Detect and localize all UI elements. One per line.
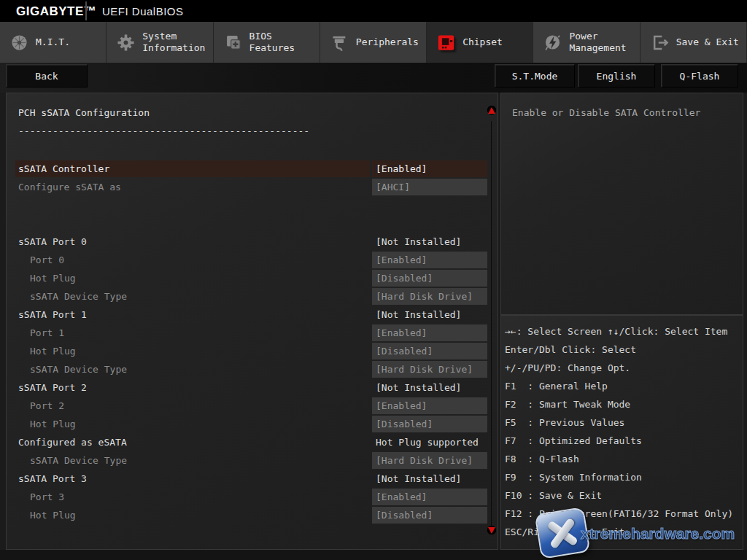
help-description-panel: Enable or Disable SATA Controller — [500, 93, 743, 315]
brand-divider — [85, 1, 87, 20]
setting-value[interactable]: [Disabled] — [372, 507, 487, 524]
setting-label[interactable]: sSATA Port 3 — [15, 470, 370, 487]
help-key-line: F7 : Optimized Defaults — [505, 432, 743, 450]
setting-row[interactable]: sSATA Port 3[Not Installed] — [7, 470, 499, 488]
tab-bios-features[interactable]: BIOS Features — [214, 22, 320, 63]
back-button[interactable]: Back — [6, 64, 88, 88]
tab-bar: M.I.T.System InformationBIOS FeaturesPer… — [0, 22, 747, 63]
tab-chipset[interactable]: Chipset — [427, 22, 533, 63]
setting-label[interactable]: sSATA Device Type — [15, 288, 382, 305]
setting-value[interactable]: [Enabled] — [372, 252, 487, 268]
setting-value[interactable]: Hot Plug supported — [372, 434, 487, 451]
setting-value[interactable]: [Not Installed] — [372, 233, 487, 250]
setting-row[interactable]: Configured as eSATAHot Plug supported — [7, 433, 499, 451]
setting-label[interactable]: sSATA Port 1 — [15, 306, 370, 323]
tab-label: Chipset — [462, 36, 503, 48]
setting-label[interactable]: Port 3 — [15, 489, 382, 505]
setting-row[interactable]: Hot Plug[Disabled] — [7, 269, 499, 287]
setting-row[interactable]: Port 3[Enabled] — [7, 488, 499, 506]
bios-features-icon — [223, 33, 243, 52]
row-spacer — [7, 214, 499, 233]
key-legend-panel: →←: Select Screen ↑↓/Click: Select ItemE… — [500, 315, 743, 550]
setting-value[interactable]: [AHCI] — [372, 179, 487, 195]
setting-row[interactable]: Hot Plug[Disabled] — [7, 342, 499, 360]
peripherals-icon — [330, 33, 349, 52]
setting-value[interactable]: [Not Installed] — [372, 470, 487, 487]
setting-row[interactable]: sSATA Port 1[Not Installed] — [7, 306, 499, 324]
setting-value[interactable]: [Disabled] — [372, 343, 487, 359]
setting-row[interactable]: sSATA Device Type[Hard Disk Drive] — [7, 360, 499, 378]
setting-value[interactable]: [Enabled] — [372, 160, 487, 177]
scroll-down-icon[interactable] — [486, 525, 498, 535]
setting-row[interactable]: sSATA Port 0[Not Installed] — [7, 233, 499, 251]
setting-value[interactable]: [Hard Disk Drive] — [372, 361, 487, 378]
power-management-icon — [543, 33, 562, 52]
setting-label[interactable]: Configured as eSATA — [15, 434, 370, 451]
firmware-title: UEFI DualBIOS — [102, 5, 184, 18]
system-information-icon — [116, 33, 136, 52]
setting-value[interactable]: [Not Installed] — [372, 379, 487, 396]
setting-row[interactable]: sSATA Device Type[Hard Disk Drive] — [7, 451, 499, 470]
setting-value[interactable]: [Hard Disk Drive] — [372, 288, 487, 305]
setting-value[interactable]: [Disabled] — [372, 270, 487, 287]
help-key-line: F2 : Smart Tweak Mode — [505, 395, 743, 413]
setting-value[interactable]: [Not Installed] — [372, 306, 487, 323]
toolbar-row: Back S.T.Mode English Q-Flash — [0, 63, 747, 93]
scrollbar-track[interactable] — [491, 121, 492, 529]
settings-panel: PCH sSATA Configuration ----------------… — [6, 93, 498, 550]
help-key-line: F10 : Save & Exit — [505, 486, 743, 505]
setting-label[interactable]: Hot Plug — [15, 343, 382, 359]
st-mode-button[interactable]: S.T.Mode — [495, 64, 575, 88]
setting-label[interactable]: Port 0 — [15, 252, 382, 268]
chipset-icon — [436, 33, 456, 52]
setting-value[interactable]: [Enabled] — [372, 489, 487, 505]
setting-row[interactable]: Hot Plug[Disabled] — [7, 506, 499, 524]
language-button[interactable]: English — [578, 64, 655, 88]
tab-peripherals[interactable]: Peripherals — [320, 22, 427, 63]
tab-system-information[interactable]: System Information — [107, 22, 213, 63]
setting-value[interactable]: [Enabled] — [372, 397, 487, 414]
setting-label[interactable]: sSATA Port 0 — [15, 233, 370, 250]
help-key-line: →←: Select Screen ↑↓/Click: Select Item — [505, 322, 743, 341]
setting-label[interactable]: sSATA Device Type — [15, 361, 382, 378]
gigabyte-logo: GIGABYTE™ — [16, 4, 96, 19]
setting-label[interactable]: sSATA Controller — [15, 160, 370, 177]
tab-power-management[interactable]: Power Management — [533, 22, 640, 63]
setting-row[interactable]: sSATA Device Type[Hard Disk Drive] — [7, 287, 499, 306]
setting-label[interactable]: Hot Plug — [15, 416, 382, 432]
row-spacer — [7, 196, 499, 214]
setting-row[interactable]: Configure sSATA as[AHCI] — [7, 178, 499, 196]
setting-row[interactable]: Hot Plug[Disabled] — [7, 415, 499, 433]
setting-label[interactable]: sSATA Port 2 — [15, 379, 370, 396]
setting-row[interactable]: Port 1[Enabled] — [7, 324, 499, 342]
tab-mit[interactable]: M.I.T. — [0, 22, 107, 63]
setting-label[interactable]: sSATA Device Type — [15, 452, 382, 469]
watermark-text: xtremehardware.com — [581, 525, 735, 542]
bottom-strip — [0, 550, 747, 560]
setting-label[interactable]: Hot Plug — [15, 270, 382, 287]
bios-screen: GIGABYTE™ UEFI DualBIOS M.I.T.System Inf… — [0, 0, 747, 560]
tab-save-exit[interactable]: Save & Exit — [640, 22, 747, 63]
page-title: PCH sSATA Configuration — [18, 107, 150, 118]
setting-value[interactable]: [Disabled] — [372, 416, 487, 432]
scroll-up-icon[interactable] — [486, 105, 498, 115]
setting-row[interactable]: sSATA Controller[Enabled] — [7, 160, 499, 178]
top-bar: GIGABYTE™ UEFI DualBIOS — [0, 0, 747, 22]
q-flash-button[interactable]: Q-Flash — [661, 64, 738, 88]
help-key-line: +/-/PU/PD: Change Opt. — [505, 359, 743, 377]
save-exit-icon — [650, 33, 670, 52]
setting-row[interactable]: Port 0[Enabled] — [7, 251, 499, 269]
setting-label[interactable]: Configure sSATA as — [15, 179, 370, 195]
setting-row[interactable]: sSATA Port 2[Not Installed] — [7, 378, 499, 397]
help-key-line: F5 : Previous Values — [505, 413, 743, 432]
setting-row[interactable]: Port 2[Enabled] — [7, 397, 499, 415]
tab-label: Peripherals — [356, 36, 419, 48]
setting-label[interactable]: Hot Plug — [15, 507, 382, 524]
mit-icon — [9, 33, 29, 52]
setting-label[interactable]: Port 1 — [15, 324, 382, 341]
setting-label[interactable]: Port 2 — [15, 397, 382, 414]
tab-label: M.I.T. — [36, 36, 70, 48]
help-key-line: F1 : General Help — [505, 377, 743, 395]
setting-value[interactable]: [Enabled] — [372, 324, 487, 341]
setting-value[interactable]: [Hard Disk Drive] — [372, 452, 487, 469]
